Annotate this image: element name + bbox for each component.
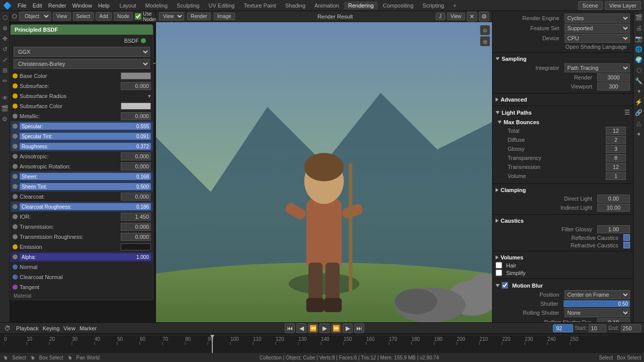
view-right-btn[interactable]: View <box>447 13 465 20</box>
max-bounces-header[interactable]: Max Bounces <box>498 118 628 126</box>
tab-scripting[interactable]: Scripting <box>419 2 448 10</box>
feature-set-select[interactable]: Supported <box>565 24 630 33</box>
bar-sheen-tint[interactable]: Sheen Tint: 0.500 <box>20 183 151 190</box>
icon-physics[interactable]: ⚡ <box>634 98 643 107</box>
input-metallic[interactable] <box>121 112 151 120</box>
bar-alpha[interactable]: Alpha: 1.000 <box>20 253 151 260</box>
rolling-shutter-select[interactable]: None <box>565 308 630 317</box>
bar-sheen[interactable]: Sheen: 0.168 <box>20 173 151 180</box>
volumes-header[interactable]: Volumes <box>496 253 630 261</box>
render-btn[interactable]: Render <box>187 13 211 20</box>
bounce-transmission-input[interactable] <box>606 163 626 171</box>
end-frame-input[interactable] <box>621 324 641 332</box>
icon-output[interactable]: 🖨 <box>634 24 643 33</box>
tab-uv-editing[interactable]: UV Editing <box>204 2 238 10</box>
color-subsurface-color[interactable] <box>121 103 151 110</box>
current-frame-input[interactable] <box>553 324 573 332</box>
node-btn[interactable]: Node <box>114 12 133 21</box>
object-dropdown[interactable]: Object <box>19 12 51 21</box>
integrator-select[interactable]: Path Tracing <box>565 63 630 72</box>
render-samples-input[interactable] <box>597 73 630 81</box>
gizmo-btn[interactable]: ◎ <box>480 36 490 46</box>
input-clearcoat[interactable] <box>121 193 151 201</box>
icon-object-props[interactable]: ⬡ <box>634 66 643 75</box>
bounce-transparency-input[interactable] <box>606 154 626 162</box>
jump-start-btn[interactable]: ⏮ <box>285 323 295 333</box>
shutter-bar[interactable]: 0.50 <box>564 300 630 307</box>
icon-scale[interactable]: ⤢ <box>1 55 10 64</box>
input-transmission[interactable] <box>121 223 151 231</box>
slot-selector[interactable]: J <box>436 13 445 20</box>
icon-constraints[interactable]: 🔗 <box>634 108 643 117</box>
filter-glossy-input[interactable] <box>597 225 630 233</box>
prev-frame-btn[interactable]: ◀ <box>296 323 306 333</box>
play-btn[interactable]: ▶ <box>319 323 330 333</box>
prev-keyframe-btn[interactable]: ⏪ <box>308 323 318 333</box>
bar-roughness[interactable]: Roughness: 0.372 <box>20 143 151 150</box>
icon-annotate[interactable]: ✏ <box>1 76 10 85</box>
render-view-select[interactable]: View <box>159 12 184 21</box>
bounce-total-input[interactable] <box>606 127 626 135</box>
bounce-diffuse-input[interactable] <box>606 136 626 144</box>
bar-clearcoat-roughness[interactable]: Clearcoat Roughness: 0.186 <box>20 203 151 210</box>
distribution-select[interactable]: GGX <box>14 47 150 57</box>
scene-selector[interactable]: Scene <box>578 1 603 10</box>
reflective-caustics-checkbox[interactable] <box>623 234 630 241</box>
tab-add[interactable]: + <box>449 2 460 10</box>
clamping-header[interactable]: Clamping <box>496 186 630 194</box>
keying-menu[interactable]: Keying <box>43 325 60 331</box>
overlay-btn[interactable]: ⊙ <box>480 25 490 35</box>
refractive-caustics-checkbox[interactable] <box>623 242 630 248</box>
icon-render-props[interactable]: 🎬 <box>634 13 643 22</box>
bounce-glossy-input[interactable] <box>606 145 626 153</box>
jump-end-btn[interactable]: ⏭ <box>354 323 364 333</box>
close-render-btn[interactable]: ✕ <box>467 12 477 22</box>
input-subsurface[interactable] <box>121 82 151 90</box>
icon-render[interactable]: 🎬 <box>1 104 10 113</box>
view-menu[interactable]: View <box>63 325 75 331</box>
icon-cursor[interactable]: ⊕ <box>1 24 10 33</box>
light-paths-settings-icon[interactable]: ☰ <box>624 109 630 116</box>
indirect-light-input[interactable] <box>597 204 630 212</box>
color-base-color[interactable] <box>121 72 151 79</box>
tab-texture-paint[interactable]: Texture Paint <box>239 2 280 10</box>
advanced-header[interactable]: Advanced <box>496 96 630 104</box>
menu-edit[interactable]: Edit <box>33 3 42 9</box>
add-btn[interactable]: Add <box>96 12 112 21</box>
caustics-header[interactable]: Caustics <box>496 217 630 225</box>
icon-data-props[interactable]: △ <box>634 119 643 128</box>
direct-light-input[interactable] <box>597 195 630 203</box>
color-emission[interactable] <box>121 243 151 250</box>
icon-material-props[interactable]: ● <box>634 129 643 138</box>
tab-modeling[interactable]: Modeling <box>141 2 172 10</box>
menu-help[interactable]: Help <box>98 3 110 9</box>
input-transmission-roughness[interactable] <box>121 233 151 241</box>
tab-rendering[interactable]: Rendering <box>344 2 378 10</box>
icon-transform[interactable]: ⊞ <box>1 66 10 75</box>
viewport-samples-input[interactable] <box>597 82 630 90</box>
input-ior[interactable] <box>121 213 151 221</box>
icon-scene-props[interactable]: 🌐 <box>634 45 643 54</box>
select-btn[interactable]: Select <box>73 12 94 21</box>
icon-object[interactable]: ⬡ <box>1 13 10 22</box>
start-frame-input[interactable] <box>589 324 606 332</box>
hair-checkbox[interactable] <box>496 262 502 268</box>
bounce-volume-input[interactable] <box>606 172 626 180</box>
icon-modifier-props[interactable]: 🔧 <box>634 76 643 85</box>
use-nodes-checkbox[interactable] <box>135 13 141 20</box>
view-layer-selector[interactable]: View Layer <box>605 1 641 10</box>
subsurface-method-select[interactable]: Christensen-Burley <box>14 59 150 69</box>
icon-view[interactable]: 👁 <box>1 94 10 103</box>
menu-file[interactable]: File <box>18 3 27 9</box>
icon-settings[interactable]: ⚙ <box>1 115 10 124</box>
timeline-ruler[interactable]: 0 10 20 30 40 50 60 70 80 <box>0 334 644 353</box>
rolling-shutter-dur-input[interactable] <box>597 318 630 322</box>
menu-render[interactable]: Render <box>48 3 66 9</box>
tab-shading[interactable]: Shading <box>281 2 309 10</box>
view-btn[interactable]: View <box>53 12 71 21</box>
bar-specular-tint[interactable]: Specular Tint: 0.091 <box>20 133 151 140</box>
device-select[interactable]: CPU <box>565 34 630 43</box>
next-keyframe-btn[interactable]: ⏩ <box>331 323 341 333</box>
input-anisotropic-rotation[interactable] <box>121 162 151 170</box>
simplify-checkbox[interactable] <box>496 269 502 276</box>
